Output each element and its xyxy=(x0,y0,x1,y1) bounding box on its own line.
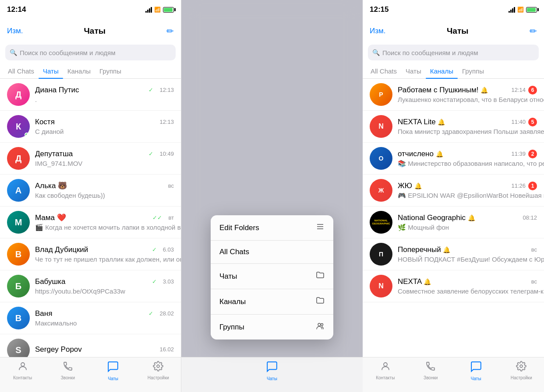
unread-badge: 1 xyxy=(528,182,537,190)
list-item[interactable]: Д Депутатша ✓ 10:49 IMG_9741.MOV xyxy=(0,143,181,175)
right-search-bar[interactable]: 🔍 Поиск по сообщениям и людям xyxy=(368,45,539,60)
chat-time: 6.03 xyxy=(163,246,174,253)
center-nav-chats[interactable]: Чаты xyxy=(257,361,287,381)
right-time: 12:15 xyxy=(370,5,389,14)
nav-contacts[interactable]: Контакты xyxy=(7,361,38,380)
dropdown-edit-folders[interactable]: Edit Folders xyxy=(211,215,333,241)
chat-name: Диана Путис xyxy=(35,86,79,94)
right-compose-button[interactable]: ✏ xyxy=(530,26,537,36)
avatar: S xyxy=(7,339,30,357)
right-edit-button[interactable]: Изм. xyxy=(370,27,385,35)
center-panel: Edit Folders All Chats Чаты Каналы Групп… xyxy=(181,0,363,392)
list-item[interactable]: В Ваня ✓ 28.02 Максимально xyxy=(0,302,181,334)
list-item[interactable]: Б Бабушка ✓ 3.03 https://youtu.be/OtXq9P… xyxy=(0,270,181,302)
chat-name: Работаем с Пушкиным! 🔔 xyxy=(398,86,488,94)
avatar: К xyxy=(7,115,30,138)
chat-name: NEXTA Lite 🔔 xyxy=(398,118,445,126)
chat-preview: НОВЫЙ ПОДКАСТ #БезДуши! Обсуждаем с Юрой… xyxy=(398,256,544,263)
avatar: NATIONALGEOGRAPHIC xyxy=(370,211,392,234)
battery-icon xyxy=(163,7,174,13)
list-item[interactable]: П Поперечный 🔔 вс НОВЫЙ ПОДКАСТ #БезДуши… xyxy=(363,238,544,270)
list-item[interactable]: Ж ЖЮ 🔔 11:26 1 🎮 EPSILION WAR @EpsilionW… xyxy=(363,175,544,206)
settings-icon xyxy=(153,361,163,374)
avatar: Д xyxy=(7,83,30,106)
chat-meta: ✓✓ вт xyxy=(152,214,174,221)
left-compose-button[interactable]: ✏ xyxy=(166,26,174,36)
chat-content: Депутатша ✓ 10:49 IMG_9741.MOV xyxy=(35,150,174,168)
nav-settings[interactable]: Настройки xyxy=(143,361,173,380)
chat-name: NEXTA 🔔 xyxy=(398,277,431,286)
right-tabs: All Chats Чаты Каналы Группы xyxy=(363,64,544,79)
chats-icon xyxy=(107,361,119,375)
chat-name: Бабушка xyxy=(35,277,65,286)
chat-time: 28.02 xyxy=(159,310,174,317)
dropdown-groups-label: Группы xyxy=(219,323,244,332)
right-tab-chats[interactable]: Чаты xyxy=(401,64,426,78)
right-nav-settings[interactable]: Настройки xyxy=(506,361,537,380)
svg-point-6 xyxy=(321,324,323,326)
chat-time: 12:13 xyxy=(159,119,174,125)
chat-content: NEXTA 🔔 вс Совместное заявление белорусс… xyxy=(398,277,537,295)
right-tab-groups[interactable]: Группы xyxy=(458,64,488,78)
chat-time: 16.02 xyxy=(159,346,174,353)
avatar: N xyxy=(370,275,392,298)
nav-settings-label: Настройки xyxy=(148,375,169,380)
chat-content: Костя 12:13 С дианой xyxy=(35,118,174,136)
calls-icon xyxy=(63,361,73,374)
chat-time: 12:14 xyxy=(511,87,526,93)
dropdown-channels[interactable]: Каналы xyxy=(211,289,333,315)
left-panel: 12:14 📶 Изм. Чаты ✏ 🔍 Поиск по сообщения… xyxy=(0,0,181,392)
chat-meta: ✓ 3.03 xyxy=(152,278,174,285)
center-chats-label: Чаты xyxy=(267,376,277,381)
list-item[interactable]: О отчислено 🔔 11:39 2 📚 Министерство обр… xyxy=(363,143,544,175)
left-tab-chats[interactable]: Чаты xyxy=(39,64,63,78)
groups-icon xyxy=(316,322,325,332)
chat-content: Влад Дубицкий ✓ 6.03 Че то тут не пришел… xyxy=(35,245,174,263)
list-item[interactable]: N NEXTA 🔔 вс Совместное заявление белору… xyxy=(363,270,544,302)
list-item[interactable]: В Влад Дубицкий ✓ 6.03 Че то тут не приш… xyxy=(0,238,181,270)
right-bottom-nav: Контакты Звонки Чаты Настройки xyxy=(363,357,544,392)
dropdown-menu: Edit Folders All Chats Чаты Каналы Групп… xyxy=(211,215,333,340)
dropdown-edit-folders-label: Edit Folders xyxy=(219,224,259,232)
right-nav-chats[interactable]: Чаты xyxy=(461,361,491,381)
right-status-bar: 12:15 📶 xyxy=(363,0,544,19)
left-header: Изм. Чаты ✏ xyxy=(0,19,181,43)
nav-contacts-label: Контакты xyxy=(13,375,32,380)
right-tab-all[interactable]: All Chats xyxy=(366,64,401,78)
left-tab-all[interactable]: All Chats xyxy=(4,64,39,78)
avatar: О xyxy=(370,147,392,170)
chat-preview: Пока министр здравохранения Польши заявл… xyxy=(398,128,544,135)
chat-preview: 📚 Министерство образования написало, что… xyxy=(398,160,544,167)
list-item[interactable]: S Sergey Popov 16.02 xyxy=(0,334,181,357)
left-search-bar[interactable]: 🔍 Поиск по сообщениям и людям xyxy=(5,45,176,60)
dropdown-chats[interactable]: Чаты xyxy=(211,264,333,289)
check-icon: ✓✓ xyxy=(152,214,162,221)
right-nav-calls[interactable]: Звонки xyxy=(415,361,446,380)
nav-chats-label: Чаты xyxy=(108,376,118,381)
chat-name: ЖЮ 🔔 xyxy=(398,182,422,190)
nav-calls[interactable]: Звонки xyxy=(53,361,83,380)
nav-chats[interactable]: Чаты xyxy=(98,361,128,381)
chat-content: Бабушка ✓ 3.03 https://youtu.be/OtXq9PCa… xyxy=(35,277,174,295)
right-nav-contacts[interactable]: Контакты xyxy=(370,361,401,380)
dropdown-groups[interactable]: Группы xyxy=(211,315,333,340)
list-item[interactable]: N NEXTA Lite 🔔 11:40 5 Пока министр здра… xyxy=(363,111,544,143)
right-nav-calls-label: Звонки xyxy=(424,375,438,380)
list-item[interactable]: А Алька 🐻 вс Как свободен будешь)) xyxy=(0,175,181,206)
avatar: Д xyxy=(7,147,30,170)
avatar: В xyxy=(7,307,30,329)
list-item[interactable]: К Костя 12:13 С дианой xyxy=(0,111,181,143)
right-tab-channels[interactable]: Каналы xyxy=(426,64,458,78)
left-tab-channels[interactable]: Каналы xyxy=(63,64,95,78)
chat-content: Мама ❤️ ✓✓ вт 🎬 Когда не хочется мочить … xyxy=(35,213,174,231)
right-status-icons: 📶 xyxy=(509,7,537,13)
left-edit-button[interactable]: Изм. xyxy=(7,27,23,35)
list-item[interactable]: Д Диана Путис ✓ 12:13 . xyxy=(0,79,181,111)
dropdown-all-chats[interactable]: All Chats xyxy=(211,241,333,264)
list-item[interactable]: М Мама ❤️ ✓✓ вт 🎬 Когда не хочется мочит… xyxy=(0,206,181,238)
chat-time: вс xyxy=(531,246,537,253)
left-tab-groups[interactable]: Группы xyxy=(95,64,126,78)
chat-meta: ✓ 28.02 xyxy=(148,310,174,317)
list-item[interactable]: NATIONALGEOGRAPHIC National Geographic 🔔… xyxy=(363,206,544,238)
list-item[interactable]: Р Работаем с Пушкиным! 🔔 12:14 6 Лукашен… xyxy=(363,79,544,111)
